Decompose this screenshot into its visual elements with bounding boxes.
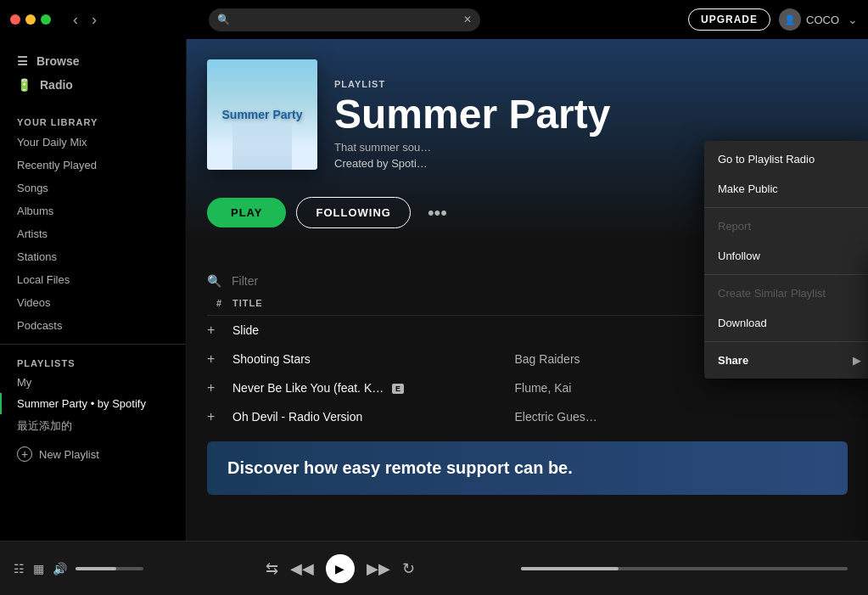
track-artist: Flume, Kai — [515, 381, 798, 395]
prev-button[interactable]: ◀◀ — [290, 559, 314, 578]
sidebar-item-label: Local Files — [17, 273, 70, 286]
sidebar-item-daily-mix[interactable]: Your Daily Mix — [0, 131, 186, 154]
your-library-title: YOUR LIBRARY — [0, 110, 186, 131]
plus-circle-icon: + — [17, 446, 32, 462]
sidebar-nav: ☰ Browse 🔋 Radio — [0, 49, 186, 97]
sidebar-item-albums[interactable]: Albums — [0, 199, 186, 222]
sidebar-item-local-files[interactable]: Local Files — [0, 268, 186, 291]
queue-icon[interactable]: ☷ — [14, 562, 25, 575]
upgrade-button[interactable]: UPGRADE — [688, 8, 770, 31]
playlists-title: PLAYLISTS — [0, 351, 186, 372]
content-area: Summer Party PLAYLIST Summer Party That … — [187, 39, 868, 541]
forward-button[interactable]: › — [87, 9, 102, 31]
sidebar-item-label: Browse — [36, 54, 80, 68]
main-layout: ☰ Browse 🔋 Radio YOUR LIBRARY Your Daily… — [0, 39, 868, 541]
search-bar: 🔍 lovely day ✕ — [209, 8, 480, 31]
progress-bar[interactable] — [521, 567, 848, 570]
title-bar: ‹ › 🔍 lovely day ✕ UPGRADE 👤 COCO ⌄ — [0, 0, 868, 39]
volume-bar[interactable] — [76, 567, 143, 570]
col-num: # — [207, 298, 232, 308]
minimize-button[interactable] — [25, 14, 36, 25]
sidebar-item-label: Videos — [17, 296, 51, 309]
browse-icon: ☰ — [17, 54, 28, 68]
playlist-item-my[interactable]: My — [0, 372, 186, 393]
sidebar-item-browse[interactable]: ☰ Browse — [10, 49, 176, 73]
user-name: COCO — [806, 14, 839, 26]
ctx-divider — [704, 341, 868, 342]
sidebar-item-label: Albums — [17, 205, 53, 217]
play-button[interactable]: PLAY — [207, 198, 286, 227]
following-button[interactable]: FOLLOWING — [296, 197, 410, 228]
download-banner: Discover how easy remote support can be. — [207, 441, 848, 495]
track-title: Never Be Like You (feat. K… E — [232, 381, 515, 395]
sidebar-item-videos[interactable]: Videos — [0, 291, 186, 314]
sidebar-item-stations[interactable]: Stations — [0, 245, 186, 268]
track-title: Shooting Stars — [232, 352, 515, 366]
devices-icon[interactable]: ▦ — [33, 562, 44, 575]
shuffle-button[interactable]: ⇆ — [266, 559, 278, 578]
radio-icon: 🔋 — [17, 78, 31, 92]
sidebar-item-radio[interactable]: 🔋 Radio — [10, 73, 176, 97]
progress-fill — [521, 567, 619, 570]
ctx-unfollow[interactable]: Unfollow — [704, 241, 868, 271]
maximize-button[interactable] — [41, 14, 51, 25]
banner-text: Discover how easy remote support can be. — [227, 458, 573, 477]
volume-fill — [76, 567, 116, 570]
bottom-player: ☷ ▦ 🔊 ⇆ ◀◀ ▶ ▶▶ ↻ — [0, 541, 868, 595]
more-options-button[interactable]: ••• — [421, 199, 454, 227]
sidebar-item-songs[interactable]: Songs — [0, 177, 186, 199]
track-add-icon[interactable]: + — [207, 351, 224, 367]
track-title: Oh Devil - Radio Version — [232, 410, 515, 424]
player-controls: ⇆ ◀◀ ▶ ▶▶ ↻ — [176, 554, 504, 583]
search-clear-icon[interactable]: ✕ — [463, 14, 472, 25]
nav-arrows: ‹ › — [68, 9, 102, 31]
ctx-download[interactable]: Download — [704, 308, 868, 338]
sidebar-divider — [0, 344, 186, 345]
search-icon: 🔍 — [217, 14, 230, 25]
ctx-report: Report — [704, 211, 868, 241]
title-bar-right: UPGRADE 👤 COCO ⌄ — [688, 8, 858, 31]
track-add-icon[interactable]: + — [207, 409, 224, 424]
next-button[interactable]: ▶▶ — [367, 559, 390, 578]
sidebar-item-label: Radio — [40, 78, 73, 92]
avatar: 👤 — [779, 8, 801, 31]
new-playlist-label: New Playlist — [39, 448, 99, 461]
playlist-type: PLAYLIST — [334, 79, 848, 89]
repeat-button[interactable]: ↻ — [402, 559, 415, 578]
sidebar-item-label: Artists — [17, 227, 48, 240]
sidebar-item-label: Your Daily Mix — [17, 136, 87, 149]
playlist-item-recent-added[interactable]: 最近添加的 — [0, 414, 186, 438]
filter-input[interactable] — [232, 274, 380, 288]
track-add-icon[interactable]: + — [207, 323, 224, 338]
chevron-down-icon[interactable]: ⌄ — [848, 13, 858, 26]
new-playlist-button[interactable]: + New Playlist — [0, 441, 186, 467]
traffic-lights — [10, 14, 51, 25]
ctx-share[interactable]: Share ▶ — [704, 345, 868, 375]
col-title: TITLE — [232, 298, 421, 308]
playlist-item-summer-party[interactable]: Summer Party • by Spotify — [0, 393, 186, 414]
sidebar-item-label: Recently Played — [17, 159, 97, 171]
search-input[interactable]: lovely day — [209, 8, 480, 31]
sidebar-item-label: Stations — [17, 250, 57, 263]
track-row[interactable]: + Oh Devil - Radio Version Electric Gues… — [207, 402, 848, 431]
track-add-icon[interactable]: + — [207, 380, 224, 396]
explicit-badge: E — [392, 384, 404, 394]
player-left: ☷ ▦ 🔊 — [14, 562, 166, 575]
context-menu-primary: Go to Playlist Radio Make Public Report … — [704, 141, 868, 379]
sidebar-item-label: Podcasts — [17, 319, 62, 332]
play-pause-button[interactable]: ▶ — [326, 554, 355, 583]
sidebar-item-podcasts[interactable]: Podcasts — [0, 314, 186, 337]
ctx-go-to-radio[interactable]: Go to Playlist Radio — [704, 144, 868, 174]
ctx-make-public[interactable]: Make Public — [704, 174, 868, 204]
sidebar-item-artists[interactable]: Artists — [0, 222, 186, 245]
volume-icon[interactable]: 🔊 — [53, 562, 67, 575]
ctx-create-similar: Create Similar Playlist — [704, 278, 868, 308]
filter-icon: 🔍 — [207, 274, 221, 288]
playlist-title: Summer Party — [334, 93, 848, 138]
back-button[interactable]: ‹ — [68, 9, 83, 31]
sidebar-item-recently-played[interactable]: Recently Played — [0, 154, 186, 177]
ctx-arrow-icon: ▶ — [853, 355, 860, 367]
close-button[interactable] — [10, 14, 20, 25]
track-title: Slide — [232, 323, 515, 337]
user-info[interactable]: 👤 COCO — [779, 8, 839, 31]
